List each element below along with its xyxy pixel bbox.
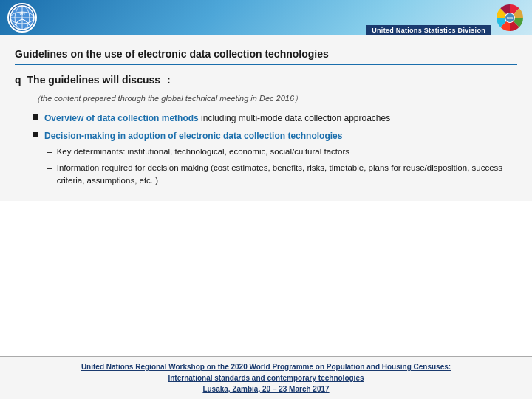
bullet-2-content: Decision-making in adoption of electroni…	[44, 129, 517, 189]
un-logo: UN	[7, 3, 37, 33]
top-bar: UN United Nations Statistics Division SD…	[0, 0, 532, 35]
sub-bullet-list: – Key determinants: institutional, techn…	[47, 146, 517, 186]
un-stats-division-label: United Nations Statistics Division	[366, 25, 491, 35]
bullet-1-rest: including multi-mode data collection app…	[201, 113, 390, 123]
list-item: Decision-making in adoption of electroni…	[33, 129, 517, 189]
list-item: – Information required for decision maki…	[47, 162, 517, 186]
guidelines-header: q The guidelines will discuss ：	[15, 71, 517, 90]
subtitle-note: （the content prepared through the global…	[33, 93, 517, 104]
bullet-q: q	[15, 74, 21, 86]
footer: United Nations Regional Workshop on the …	[0, 356, 532, 399]
bullet-square-icon	[33, 132, 38, 137]
guidelines-heading: The guidelines will discuss ：	[27, 74, 174, 87]
sub-item-2: Information required for decision making…	[57, 162, 517, 186]
sdg-wheel: SDG	[494, 1, 526, 34]
bullet-section: Overview of data collection methods incl…	[33, 112, 517, 189]
footer-line-1: United Nations Regional Workshop on the …	[7, 361, 525, 372]
sub-dash-icon: –	[47, 146, 52, 159]
un-logo-circle: UN	[7, 3, 37, 33]
bullet-1-highlight: Overview of data collection methods	[44, 113, 199, 123]
list-item: – Key determinants: institutional, techn…	[47, 146, 517, 159]
bullet-2-highlight: Decision-making in adoption of electroni…	[44, 131, 342, 141]
sub-item-1: Key determinants: institutional, technol…	[57, 146, 349, 158]
footer-line-3: Lusaka, Zambia, 20 – 23 March 2017	[7, 383, 525, 395]
sub-dash-icon: –	[47, 162, 52, 175]
svg-text:UN: UN	[19, 11, 25, 16]
svg-text:SDG: SDG	[507, 16, 514, 20]
title-bar: Guidelines on the use of electronic data…	[15, 43, 517, 65]
page-title: Guidelines on the use of electronic data…	[15, 48, 329, 60]
list-item: Overview of data collection methods incl…	[33, 112, 517, 125]
un-emblem-svg: UN	[9, 4, 35, 31]
content-area: Guidelines on the use of electronic data…	[0, 35, 532, 201]
sdg-wheel-svg: SDG	[494, 1, 526, 34]
footer-line-2: International standards and contemporary…	[7, 372, 525, 383]
bullet-1-content: Overview of data collection methods incl…	[44, 112, 390, 125]
bullet-square-icon	[33, 114, 38, 120]
